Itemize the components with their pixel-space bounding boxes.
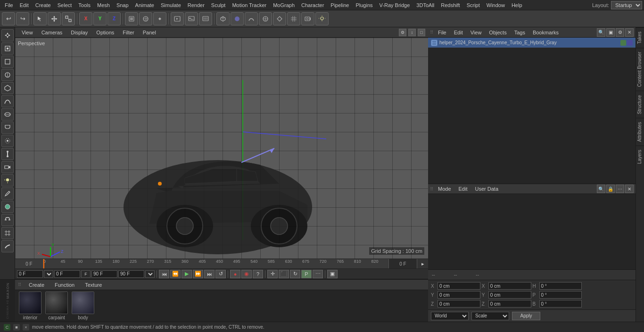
menu-mograph[interactable]: MoGraph bbox=[270, 1, 297, 9]
scale-tool-button[interactable] bbox=[62, 12, 75, 25]
tag-green[interactable] bbox=[620, 40, 626, 46]
menu-window[interactable]: Window bbox=[484, 1, 508, 9]
magnet-icon[interactable] bbox=[1, 214, 14, 226]
polygon-icon[interactable] bbox=[1, 82, 14, 94]
diamond-button[interactable] bbox=[273, 12, 286, 25]
tab-layers[interactable]: Layers bbox=[636, 146, 644, 168]
menu-help[interactable]: Help bbox=[509, 1, 525, 9]
viewport-maximize-icon[interactable]: □ bbox=[418, 29, 425, 36]
tools-icon[interactable] bbox=[1, 69, 14, 81]
light-button[interactable] bbox=[315, 12, 329, 25]
attr-menu-mode[interactable]: Mode bbox=[435, 185, 454, 193]
tab-takes[interactable]: Takes bbox=[636, 27, 644, 48]
current-frame-input[interactable] bbox=[54, 270, 80, 278]
frame-rate-select[interactable]: ↓ bbox=[145, 270, 155, 278]
move-tool-button[interactable] bbox=[48, 12, 61, 25]
primitives-icon[interactable] bbox=[1, 56, 14, 68]
multiselect-icon[interactable] bbox=[1, 42, 14, 55]
menu-redshift[interactable]: Redshift bbox=[438, 1, 462, 9]
rotate-y-button[interactable]: Y bbox=[93, 12, 107, 25]
auto-keyframe-button[interactable]: ◉ bbox=[241, 270, 252, 278]
scale-tool-pb[interactable]: ⬛ bbox=[279, 270, 289, 278]
spline-tool-icon[interactable] bbox=[1, 95, 14, 107]
om-menu-objects[interactable]: Objects bbox=[486, 29, 509, 36]
object-transform-button[interactable] bbox=[125, 12, 138, 25]
loop-button[interactable]: ↺ bbox=[215, 270, 226, 278]
dots-btn[interactable]: ⋯ bbox=[313, 270, 323, 278]
menu-animate[interactable]: Animate bbox=[132, 1, 157, 9]
timeline-ruler[interactable]: 0 45 90 135 180 225 270 315 360 405 450 … bbox=[43, 259, 388, 268]
menu-select[interactable]: Select bbox=[55, 1, 75, 9]
undo-button[interactable]: ↩ bbox=[2, 12, 15, 25]
menu-create[interactable]: Create bbox=[33, 1, 54, 9]
pencil-icon[interactable] bbox=[1, 187, 14, 200]
next-frame-button[interactable]: ⏩ bbox=[193, 270, 203, 278]
attr-search-icon[interactable]: 🔍 bbox=[597, 185, 605, 193]
rotate-tool-pb[interactable]: ↻ bbox=[290, 270, 300, 278]
om-menu-file[interactable]: File bbox=[435, 29, 449, 36]
object-item-main[interactable]: helper_2024_Porsche_Cayenne_Turbo_E_Hybr… bbox=[428, 38, 636, 48]
menu-snap[interactable]: Snap bbox=[114, 1, 132, 9]
viewport-lock-icon[interactable]: ↕ bbox=[408, 29, 416, 36]
om-search-icon[interactable]: 🔍 bbox=[597, 28, 605, 37]
menu-file[interactable]: File bbox=[2, 1, 16, 9]
menu-vray[interactable]: V-Ray Bridge bbox=[377, 1, 413, 9]
attr-dots-icon[interactable]: ⋯ bbox=[616, 185, 624, 193]
keyframe-btn[interactable]: ▣ bbox=[327, 270, 338, 278]
attr-close-icon[interactable]: ✕ bbox=[625, 185, 634, 193]
viewport-menu-options[interactable]: Options bbox=[92, 29, 118, 36]
viewport-menu-cameras[interactable]: Cameras bbox=[38, 29, 66, 36]
material-carpaint[interactable]: carpaint bbox=[45, 292, 68, 320]
materials-menu-function[interactable]: Function bbox=[52, 281, 77, 289]
tab-structure[interactable]: Structure bbox=[636, 91, 644, 118]
object-list[interactable]: helper_2024_Porsche_Cayenne_Turbo_E_Hybr… bbox=[428, 38, 636, 184]
menu-motion-tracker[interactable]: Motion Tracker bbox=[229, 1, 269, 9]
camera-button[interactable] bbox=[301, 12, 314, 25]
spline-button[interactable] bbox=[245, 12, 258, 25]
om-filter-icon[interactable]: ▣ bbox=[606, 28, 615, 37]
world-transform-button[interactable] bbox=[139, 12, 152, 25]
go-to-start-button[interactable]: ⏮ bbox=[159, 270, 169, 278]
stamp-icon[interactable] bbox=[1, 201, 14, 213]
om-menu-view[interactable]: View bbox=[468, 29, 485, 36]
tab-content-browser[interactable]: Content Browser bbox=[636, 48, 644, 90]
coord-x-size-input[interactable] bbox=[488, 282, 531, 290]
coord-p-input[interactable] bbox=[539, 291, 582, 299]
rotation-object-button[interactable] bbox=[153, 12, 166, 25]
world-select[interactable]: World bbox=[431, 312, 469, 320]
menu-tools[interactable]: Tools bbox=[75, 1, 93, 9]
end-frame-input[interactable] bbox=[118, 270, 144, 278]
menu-3dtoall[interactable]: 3DToAll bbox=[413, 1, 437, 9]
prev-frame-button[interactable]: ⏪ bbox=[170, 270, 181, 278]
scale-select[interactable]: Scale bbox=[471, 312, 509, 320]
attr-menu-edit[interactable]: Edit bbox=[456, 185, 471, 193]
field-icon[interactable] bbox=[1, 135, 14, 147]
record-button[interactable]: ● bbox=[230, 270, 240, 278]
om-settings-icon[interactable]: ⚙ bbox=[616, 28, 624, 37]
materials-menu-texture[interactable]: Texture bbox=[82, 281, 105, 289]
material-body[interactable]: body bbox=[72, 292, 94, 320]
attr-menu-userdata[interactable]: User Data bbox=[472, 185, 502, 193]
coord-b-input[interactable] bbox=[539, 300, 582, 308]
status-indicator-3[interactable]: × bbox=[23, 324, 29, 331]
preview-end-frame-input[interactable] bbox=[91, 270, 117, 278]
sculpt-icon[interactable] bbox=[1, 240, 14, 252]
layout-dropdown[interactable]: Startup bbox=[611, 1, 642, 9]
viewport-menu-panel[interactable]: Panel bbox=[139, 29, 160, 36]
menu-plugins[interactable]: Plugins bbox=[353, 1, 375, 9]
bone-icon[interactable] bbox=[1, 148, 14, 160]
coord-h-input[interactable] bbox=[539, 282, 582, 290]
tab-attributes[interactable]: Attributes bbox=[636, 118, 644, 146]
tag-blue[interactable] bbox=[627, 40, 633, 46]
menu-pipeline[interactable]: Pipeline bbox=[328, 1, 352, 9]
menu-edit[interactable]: Edit bbox=[17, 1, 32, 9]
render-picture-button[interactable] bbox=[185, 12, 198, 25]
rotate-z-button[interactable]: Z bbox=[107, 12, 121, 25]
coord-x-pos-input[interactable] bbox=[438, 282, 480, 290]
go-to-end-button[interactable]: ⏭ bbox=[204, 270, 215, 278]
om-close-icon[interactable]: ✕ bbox=[625, 28, 634, 37]
viewport-menu-view[interactable]: View bbox=[18, 29, 37, 36]
light-tool-icon[interactable] bbox=[1, 174, 14, 186]
frame-step-select[interactable]: ↓ bbox=[44, 270, 53, 278]
material-interior[interactable]: interior bbox=[19, 292, 41, 320]
